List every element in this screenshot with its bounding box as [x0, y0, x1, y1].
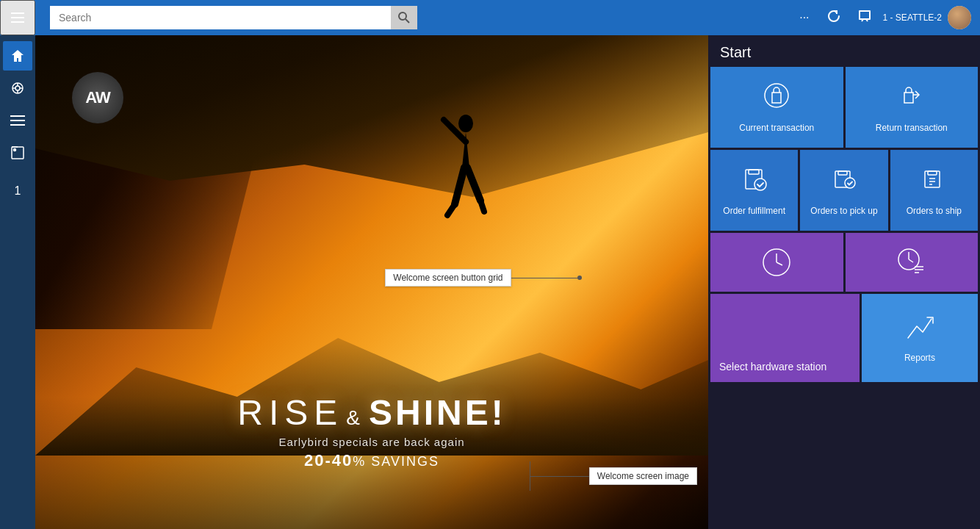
- svg-rect-13: [10, 124, 25, 126]
- refresh-icon[interactable]: [821, 4, 846, 32]
- top-bar-actions: ··· 1 - SEATTLE-2: [793, 4, 980, 32]
- svg-line-22: [447, 204, 455, 215]
- sidebar-item-number[interactable]: 1: [3, 176, 32, 206]
- welcome-image: AW Welcome screen button grid RISE & SHI…: [35, 35, 708, 529]
- amp-text: &: [346, 406, 366, 430]
- headline: RISE & SHINE!: [237, 392, 505, 433]
- more-options-icon[interactable]: ···: [793, 5, 815, 30]
- search-bar: [50, 6, 417, 29]
- svg-rect-11: [10, 115, 25, 117]
- shine-text: SHINE!: [369, 392, 506, 433]
- shopping-bag-icon: [762, 81, 791, 117]
- svg-rect-27: [749, 170, 759, 174]
- right-panel: Start Current transaction: [708, 35, 980, 529]
- svg-line-42: [909, 259, 913, 262]
- order-fulfillment-icon: [740, 164, 769, 200]
- svg-point-15: [14, 149, 16, 151]
- svg-point-28: [754, 179, 766, 190]
- return-bag-icon: [897, 81, 926, 117]
- reports-tile[interactable]: Reports: [862, 294, 978, 382]
- orders-ship-label: Orders to ship: [907, 206, 962, 217]
- hamburger-button[interactable]: [0, 0, 35, 35]
- message-icon[interactable]: [852, 4, 877, 32]
- svg-point-31: [845, 178, 855, 188]
- avatar: [948, 6, 971, 29]
- svg-rect-1: [11, 17, 24, 18]
- tiles-row3: [708, 233, 980, 292]
- sidebar-item-products[interactable]: [3, 73, 32, 103]
- user-label: 1 - SEATTLE-2: [883, 12, 942, 23]
- orders-ship-icon: [919, 164, 948, 200]
- order-fulfillment-tile[interactable]: Order fulfillment: [710, 150, 798, 231]
- earlybird-text: Earlybird specials are back again: [237, 436, 505, 448]
- search-input[interactable]: [50, 6, 417, 29]
- aw-logo: AW: [72, 72, 123, 123]
- orders-pickup-label: Orders to pick up: [810, 206, 877, 217]
- search-button[interactable]: [391, 6, 417, 29]
- orders-pickup-tile[interactable]: Orders to pick up: [800, 150, 887, 231]
- rise-text: RISE: [237, 392, 343, 433]
- svg-point-17: [458, 115, 473, 132]
- button-grid-label: Welcome screen button grid: [385, 269, 511, 287]
- sidebar-item-home[interactable]: [3, 41, 32, 71]
- start-header: Start: [708, 35, 980, 67]
- svg-line-4: [406, 19, 409, 23]
- select-hardware-label: Select hardware station: [719, 360, 826, 373]
- return-transaction-label: Return transaction: [876, 123, 948, 134]
- orders-ship-tile[interactable]: Orders to ship: [890, 150, 978, 231]
- svg-rect-12: [10, 120, 25, 121]
- select-hardware-station-tile[interactable]: Select hardware station: [710, 294, 860, 382]
- svg-rect-30: [838, 171, 847, 175]
- svg-rect-33: [928, 171, 937, 175]
- svg-point-6: [15, 86, 20, 90]
- button-grid-annotation: Welcome screen button grid: [385, 269, 581, 287]
- image-annotation: Welcome screen image: [530, 461, 697, 491]
- sidebar-item-tag[interactable]: [3, 138, 32, 168]
- svg-line-20: [455, 168, 464, 204]
- user-account[interactable]: 1 - SEATTLE-2: [883, 6, 971, 29]
- sidebar-item-menu[interactable]: [3, 106, 32, 135]
- time-list-tile[interactable]: [846, 233, 979, 292]
- reports-label: Reports: [904, 353, 935, 364]
- svg-rect-14: [12, 147, 24, 159]
- reports-chart-icon: [904, 312, 936, 347]
- orders-pickup-icon: [829, 164, 859, 200]
- time-clock-tile[interactable]: [710, 233, 843, 292]
- tiles-row2: Order fulfillment Orders to pick up: [708, 150, 980, 231]
- top-bar: ··· 1 - SEATTLE-2: [0, 0, 980, 35]
- tiles-row4: Select hardware station Reports: [708, 294, 980, 382]
- svg-line-23: [480, 201, 484, 212]
- image-annotation-label: Welcome screen image: [589, 467, 697, 485]
- current-transaction-tile[interactable]: Current transaction: [710, 67, 843, 148]
- svg-line-21: [467, 168, 480, 201]
- savings-text: 20-40% SAVINGS: [237, 451, 505, 470]
- svg-rect-2: [11, 21, 24, 23]
- welcome-text-block: RISE & SHINE! Earlybird specials are bac…: [237, 392, 505, 470]
- order-fulfillment-label: Order fulfillment: [723, 206, 785, 217]
- savings-suffix: % SAVINGS: [353, 454, 439, 469]
- return-transaction-tile[interactable]: Return transaction: [846, 67, 979, 148]
- tiles-row1: Current transaction Return transaction: [708, 67, 980, 148]
- svg-line-39: [777, 262, 782, 265]
- sidebar: 1: [0, 35, 35, 529]
- svg-point-3: [399, 12, 406, 20]
- main-content: AW Welcome screen button grid RISE & SHI…: [35, 35, 708, 529]
- svg-rect-0: [11, 12, 24, 14]
- current-transaction-label: Current transaction: [739, 123, 814, 134]
- climber-silhouette: [436, 109, 525, 329]
